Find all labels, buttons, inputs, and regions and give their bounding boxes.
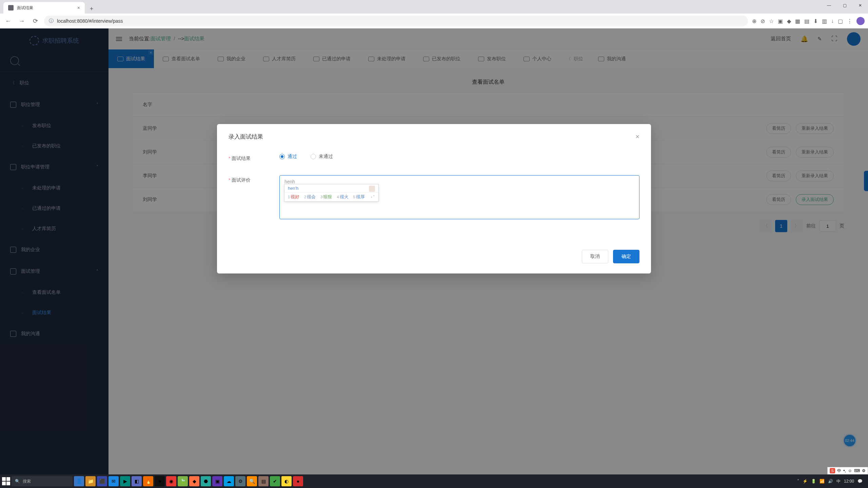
tab-strip: 面试结果 × +	[0, 0, 868, 14]
taskbar-app[interactable]: ⚙	[235, 476, 245, 486]
ext-icon[interactable]: ▦	[795, 18, 800, 24]
bookmark-icon[interactable]: ☆	[769, 18, 774, 24]
tab-close-icon[interactable]: ×	[77, 5, 80, 11]
taskbar-app[interactable]: 🔍	[247, 476, 257, 486]
radio-fail[interactable]: 未通过	[311, 154, 333, 160]
ext-icon[interactable]: ▢	[838, 18, 843, 24]
system-tray[interactable]: ˄ ⚡ 🔋 📶 🔊 中 12:00 💬	[797, 479, 866, 484]
taskbar-app[interactable]: ◉	[166, 476, 176, 486]
taskbar-app[interactable]: ▤	[258, 476, 269, 486]
taskbar-app[interactable]: 🍃	[178, 476, 188, 486]
taskbar-app[interactable]: ◆	[189, 476, 199, 486]
download-icon[interactable]: ↓	[831, 18, 834, 24]
ext-icon[interactable]: ⬇	[813, 18, 818, 24]
window-close[interactable]: ✕	[852, 0, 868, 11]
ext-icon[interactable]: ◆	[787, 18, 791, 24]
site-info-icon[interactable]: ⓘ	[49, 18, 54, 24]
tray-wifi-icon[interactable]: 📶	[820, 479, 825, 484]
tray-chevron-icon[interactable]: ˄	[797, 479, 799, 484]
app-root: 求职招聘系统 〈 职位 职位管理 ˄ 发布职位 已发布的职位 职位申请管理 ˄ …	[0, 28, 868, 474]
taskbar-app[interactable]: ⬛	[97, 476, 107, 486]
ime-more-icon[interactable]: › ˅	[371, 195, 375, 199]
tray-lang[interactable]: 中	[836, 479, 841, 484]
menu-icon[interactable]: ⋮	[847, 18, 852, 24]
taskbar-app[interactable]: ●	[293, 476, 303, 486]
ime-emoji-icon[interactable]: ☺	[848, 468, 852, 473]
tab-title: 面试结果	[17, 5, 33, 11]
tray-notifications-icon[interactable]: 💬	[857, 479, 863, 484]
window-minimize[interactable]: —	[821, 0, 837, 11]
taskbar-app[interactable]: ☁	[224, 476, 234, 486]
ime-popup: hen'h 1很好 2很会 3狠狠 4很火 5很厚 › ˅	[284, 184, 379, 202]
start-button[interactable]	[2, 477, 10, 485]
nav-back-icon[interactable]: ←	[3, 16, 13, 26]
translate-icon[interactable]: ⊕	[752, 18, 756, 24]
window-maximize[interactable]: ▢	[837, 0, 852, 11]
ime-punct-icon[interactable]: •,	[843, 468, 846, 473]
nav-forward-icon[interactable]: →	[17, 16, 26, 26]
ime-settings-icon[interactable]: ⚙	[862, 468, 866, 473]
ext-icon[interactable]: ▤	[804, 18, 809, 24]
tray-icon[interactable]: ⚡	[803, 479, 808, 484]
taskbar-app[interactable]: ✔	[270, 476, 280, 486]
ime-keyboard-icon[interactable]: ⌨	[854, 468, 860, 473]
modal-title: 录入面试结果	[229, 133, 263, 141]
chrome-actions: ⊕ ⊘ ☆ ▣ ◆ ▦ ▤ ⬇ ▥ ↓ ▢ ⋮	[752, 17, 865, 25]
taskbar: 🔍 搜索 👤 📁 ⬛ ✉ ▶ ◧ 🔥 ★ ◉ 🍃 ◆ ⬣ ▣ ☁ ⚙ 🔍 ▤ ✔…	[0, 474, 868, 488]
taskbar-app[interactable]: 🔥	[143, 476, 153, 486]
ime-composition: hen'h	[284, 184, 378, 192]
ime-toolbar[interactable]: S 中 •, ☺ ⌨ ⚙	[827, 467, 868, 474]
ext-icon[interactable]: ▥	[822, 18, 827, 24]
enter-result-modal: 录入面试结果 × *面试结果 通过 未通过 *面试评价 henh hen'h 1	[217, 124, 651, 273]
search-icon: 🔍	[15, 479, 20, 484]
browser-tab[interactable]: 面试结果 ×	[3, 2, 85, 14]
taskbar-app[interactable]: 📁	[85, 476, 96, 486]
ime-lang[interactable]: 中	[837, 468, 841, 474]
url-input[interactable]: ⓘ localhost:8080/#/interview/pass	[44, 16, 748, 26]
favicon-icon	[8, 5, 14, 11]
taskbar-app[interactable]: ★	[155, 476, 165, 486]
taskbar-search[interactable]: 🔍 搜索	[12, 476, 73, 486]
taskbar-app[interactable]: ▣	[212, 476, 222, 486]
tray-time[interactable]: 12:00	[844, 479, 854, 484]
taskbar-app[interactable]: ▶	[120, 476, 130, 486]
taskbar-app[interactable]: 👤	[74, 476, 84, 486]
ime-logo-icon: S	[830, 468, 835, 473]
cancel-button[interactable]: 取消	[582, 250, 608, 263]
modal-close-icon[interactable]: ×	[635, 133, 639, 141]
profile-avatar[interactable]	[856, 17, 865, 25]
search-placeholder: 搜索	[23, 479, 31, 484]
label-result: *面试结果	[229, 154, 279, 162]
tray-volume-icon[interactable]: 🔊	[828, 479, 833, 484]
taskbar-app[interactable]: ◐	[281, 476, 292, 486]
ime-logo-icon	[369, 186, 375, 192]
url-text: localhost:8080/#/interview/pass	[57, 18, 123, 24]
address-bar: ← → ⟳ ⓘ localhost:8080/#/interview/pass …	[0, 14, 868, 28]
browser-chrome: 面试结果 × + ← → ⟳ ⓘ localhost:8080/#/interv…	[0, 0, 868, 28]
tray-icon[interactable]: 🔋	[811, 479, 816, 484]
new-tab-button[interactable]: +	[87, 4, 96, 14]
ime-candidates[interactable]: 1很好 2很会 3狠狠 4很火 5很厚 › ˅	[284, 192, 378, 201]
label-eval: *面试评价	[229, 175, 279, 183]
ok-button[interactable]: 确定	[613, 250, 639, 263]
ext-icon[interactable]: ▣	[778, 18, 783, 24]
taskbar-app[interactable]: ✉	[108, 476, 119, 486]
password-icon[interactable]: ⊘	[761, 18, 765, 24]
nav-reload-icon[interactable]: ⟳	[31, 16, 40, 26]
taskbar-app[interactable]: ⬣	[201, 476, 211, 486]
radio-pass[interactable]: 通过	[279, 154, 297, 160]
taskbar-app[interactable]: ◧	[132, 476, 142, 486]
